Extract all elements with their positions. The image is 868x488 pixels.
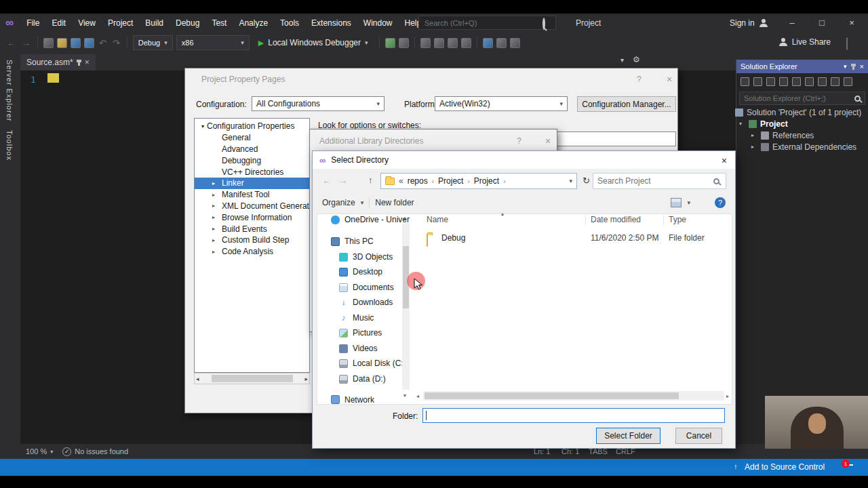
menu-file[interactable]: File	[20, 14, 45, 33]
pin-icon[interactable]	[78, 60, 80, 66]
configuration-manager-button[interactable]: Configuration Manager...	[577, 96, 676, 112]
solution-search-box[interactable]	[739, 92, 865, 105]
solution-configuration-dropdown[interactable]: Debug▾	[133, 35, 173, 50]
collapsed-icon[interactable]: ▸	[212, 180, 215, 186]
nav-item-music[interactable]: ♪ Music	[339, 313, 374, 323]
organize-button[interactable]: Organize	[322, 198, 355, 207]
up-one-level-icon[interactable]: ↑	[368, 175, 373, 185]
column-header-date-modified[interactable]: Date modified	[591, 215, 641, 224]
close-dialog-icon[interactable]: ×	[667, 74, 672, 85]
minimize-button[interactable]: –	[777, 14, 807, 33]
menu-project[interactable]: Project	[102, 14, 139, 33]
expanded-icon[interactable]: ▾	[201, 123, 204, 129]
file-row[interactable]: Debug 11/6/2020 2:50 PM File folder	[427, 232, 725, 245]
scroll-right-icon[interactable]: ▸	[304, 375, 308, 382]
redo-icon[interactable]: ↷	[111, 38, 121, 48]
tree-node-linker[interactable]: ▸ Linker	[195, 178, 309, 189]
tree-node-code-analysis[interactable]: ▸ Code Analysis	[195, 246, 309, 258]
save-icon[interactable]	[71, 38, 81, 48]
nav-item-network[interactable]: Network	[331, 394, 374, 405]
nav-item-desktop[interactable]: Desktop	[339, 267, 382, 277]
menu-extensions[interactable]: Extensions	[305, 14, 357, 33]
back-icon[interactable]	[741, 77, 749, 86]
nav-item-onedrive[interactable]: OneDrive - Univer	[331, 215, 410, 224]
zoom-level[interactable]: 100 %	[26, 447, 47, 455]
back-icon[interactable]: ←	[322, 176, 331, 186]
collapsed-icon[interactable]: ▸	[751, 132, 757, 138]
expanded-icon[interactable]: ▾	[739, 121, 745, 127]
tree-node-manifest-tool[interactable]: ▸ Manifest Tool	[195, 189, 309, 201]
outdent-icon[interactable]	[461, 38, 471, 48]
scrollbar-thumb[interactable]	[212, 375, 293, 382]
open-folder-icon[interactable]	[57, 38, 67, 48]
maximize-button[interactable]: □	[807, 14, 837, 33]
switch-views-icon[interactable]	[766, 77, 775, 86]
breadcrumb-project-2[interactable]: Project	[474, 176, 499, 186]
collapsed-icon[interactable]: ▸	[212, 249, 215, 255]
tree-node-custom-build-step[interactable]: ▸ Custom Build Step	[195, 235, 309, 246]
navigate-back-icon[interactable]: ←	[5, 38, 17, 48]
close-tab-icon[interactable]: ×	[85, 58, 90, 67]
show-all-files-icon[interactable]	[831, 77, 840, 86]
toolbox-tab[interactable]: Toolbox	[5, 130, 14, 161]
tree-node-debugging[interactable]: Debugging	[195, 155, 309, 166]
menu-tools[interactable]: Tools	[274, 14, 305, 33]
scroll-left-icon[interactable]: ◂	[196, 375, 199, 382]
nav-item-documents[interactable]: Documents	[339, 283, 394, 292]
previous-bookmark-icon[interactable]	[496, 38, 507, 48]
undo-icon[interactable]: ↶	[98, 38, 108, 48]
help-icon[interactable]: ?	[517, 136, 521, 146]
close-dialog-icon[interactable]: ×	[722, 155, 727, 166]
menu-edit[interactable]: Edit	[45, 14, 72, 33]
collapsed-icon[interactable]: ▸	[212, 237, 215, 243]
tree-node-vc-directories[interactable]: VC++ Directories	[195, 166, 309, 178]
feedback-icon[interactable]	[846, 38, 848, 50]
close-dialog-icon[interactable]: ×	[545, 136, 551, 146]
collapsed-icon[interactable]: ▸	[212, 226, 215, 232]
solution-search-input[interactable]	[740, 94, 854, 102]
start-debugging-button[interactable]: ▶ Local Windows Debugger ▾	[253, 35, 374, 50]
project-node[interactable]: ▾ Project	[736, 118, 868, 129]
menu-debug[interactable]: Debug	[170, 14, 205, 33]
solution-platform-dropdown[interactable]: x86▾	[176, 35, 250, 50]
select-folder-button[interactable]: Select Folder	[596, 428, 660, 444]
menu-window[interactable]: Window	[357, 14, 399, 33]
window-position-icon[interactable]: ▾	[844, 63, 847, 70]
breadcrumb-project[interactable]: Project	[438, 176, 463, 186]
collapsed-icon[interactable]: ▸	[212, 214, 215, 220]
scrollbar-thumb[interactable]	[425, 392, 679, 399]
document-tab[interactable]: Source.asm* ×	[20, 54, 96, 70]
nav-item-local-disk-c[interactable]: Local Disk (C:)	[339, 359, 406, 368]
collapse-all-icon[interactable]	[818, 77, 827, 86]
quick-search-input[interactable]	[418, 16, 556, 30]
cancel-button[interactable]: Cancel	[675, 428, 722, 444]
refresh-icon[interactable]	[805, 77, 814, 86]
nav-item-data-d[interactable]: Data (D:)	[339, 374, 386, 384]
uncomment-icon[interactable]	[434, 38, 444, 48]
home-icon[interactable]	[753, 77, 762, 86]
tree-node-configuration-properties[interactable]: ▾ Configuration Properties	[195, 121, 309, 132]
sign-in-button[interactable]: Sign in	[730, 18, 768, 28]
tree-node-advanced[interactable]: Advanced	[195, 144, 309, 155]
tree-node-browse-information[interactable]: ▸ Browse Information	[195, 211, 309, 223]
scroll-up-icon[interactable]: ▴	[403, 215, 406, 221]
nav-item-3d-objects[interactable]: 3D Objects	[339, 252, 393, 262]
server-explorer-tab[interactable]: Server Explorer	[5, 60, 14, 121]
issues-status[interactable]: No issues found	[75, 447, 128, 455]
column-header-type[interactable]: Type	[669, 215, 686, 224]
collapsed-icon[interactable]: ▸	[212, 203, 215, 209]
scroll-down-icon[interactable]: ▾	[403, 392, 406, 399]
platform-dropdown[interactable]: Active(Win32) ▾	[435, 96, 568, 111]
refresh-icon[interactable]: ↻	[583, 176, 590, 186]
help-icon[interactable]: ?	[715, 197, 726, 208]
add-to-source-control-button[interactable]: Add to Source Control	[745, 462, 825, 472]
save-all-icon[interactable]	[84, 38, 94, 48]
new-project-icon[interactable]	[43, 38, 54, 48]
pending-changes-filter-icon[interactable]	[779, 77, 788, 86]
menu-view[interactable]: View	[72, 14, 102, 33]
folder-input[interactable]	[422, 408, 725, 423]
chevron-down-icon[interactable]: ▾	[620, 56, 624, 64]
tree-node-build-events[interactable]: ▸ Build Events	[195, 223, 309, 235]
attach-process-icon[interactable]	[385, 38, 395, 48]
references-node[interactable]: ▸ References	[736, 129, 868, 141]
